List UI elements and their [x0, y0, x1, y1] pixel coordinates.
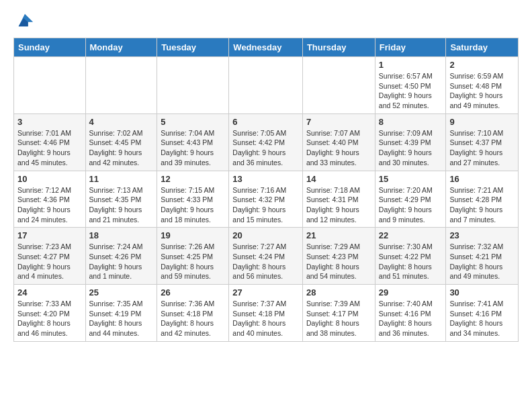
- day-cell: [85, 57, 157, 114]
- header-day-thursday: Thursday: [302, 38, 375, 57]
- day-number: 24: [17, 287, 82, 298]
- day-cell: 24Sunrise: 7:33 AM Sunset: 4:20 PM Dayli…: [14, 285, 86, 342]
- logo: [13, 11, 34, 31]
- day-cell: 29Sunrise: 7:40 AM Sunset: 4:16 PM Dayli…: [375, 285, 446, 342]
- day-info: Sunrise: 7:02 AM Sunset: 4:45 PM Dayligh…: [89, 128, 154, 168]
- day-info: Sunrise: 7:30 AM Sunset: 4:22 PM Dayligh…: [379, 242, 443, 281]
- day-number: 28: [306, 287, 371, 298]
- day-info: Sunrise: 7:27 AM Sunset: 4:24 PM Dayligh…: [232, 242, 299, 281]
- day-cell: 8Sunrise: 7:09 AM Sunset: 4:39 PM Daylig…: [375, 113, 446, 171]
- day-info: Sunrise: 7:15 AM Sunset: 4:33 PM Dayligh…: [161, 185, 225, 225]
- day-cell: 16Sunrise: 7:21 AM Sunset: 4:28 PM Dayli…: [446, 171, 519, 228]
- day-info: Sunrise: 7:40 AM Sunset: 4:16 PM Dayligh…: [379, 299, 443, 338]
- day-cell: 25Sunrise: 7:35 AM Sunset: 4:19 PM Dayli…: [85, 285, 157, 342]
- day-cell: 20Sunrise: 7:27 AM Sunset: 4:24 PM Dayli…: [229, 228, 303, 285]
- day-info: Sunrise: 7:20 AM Sunset: 4:29 PM Dayligh…: [379, 185, 443, 225]
- week-row-5: 24Sunrise: 7:33 AM Sunset: 4:20 PM Dayli…: [14, 285, 519, 342]
- day-cell: 19Sunrise: 7:26 AM Sunset: 4:25 PM Dayli…: [157, 228, 229, 285]
- day-cell: 3Sunrise: 7:01 AM Sunset: 4:46 PM Daylig…: [14, 113, 86, 171]
- day-cell: [229, 57, 303, 114]
- calendar-table: SundayMondayTuesdayWednesdayThursdayFrid…: [13, 38, 519, 342]
- week-row-3: 10Sunrise: 7:12 AM Sunset: 4:36 PM Dayli…: [14, 171, 519, 228]
- day-cell: 23Sunrise: 7:32 AM Sunset: 4:21 PM Dayli…: [446, 228, 519, 285]
- calendar-body: 1Sunrise: 6:57 AM Sunset: 4:50 PM Daylig…: [14, 57, 519, 342]
- day-number: 9: [449, 117, 515, 127]
- day-number: 16: [449, 174, 515, 184]
- day-info: Sunrise: 7:24 AM Sunset: 4:26 PM Dayligh…: [89, 242, 154, 281]
- day-info: Sunrise: 7:29 AM Sunset: 4:23 PM Dayligh…: [306, 242, 371, 281]
- day-number: 2: [449, 60, 515, 70]
- day-info: Sunrise: 7:01 AM Sunset: 4:46 PM Dayligh…: [17, 128, 82, 168]
- header-day-friday: Friday: [375, 38, 446, 57]
- day-number: 7: [306, 117, 371, 127]
- logo-icon: [15, 11, 34, 30]
- day-number: 14: [306, 174, 371, 184]
- day-info: Sunrise: 7:35 AM Sunset: 4:19 PM Dayligh…: [89, 299, 154, 338]
- day-number: 22: [379, 230, 443, 240]
- day-number: 30: [449, 287, 515, 298]
- header: [13, 11, 519, 31]
- day-number: 3: [17, 117, 82, 127]
- day-info: Sunrise: 7:23 AM Sunset: 4:27 PM Dayligh…: [17, 242, 82, 281]
- day-cell: 15Sunrise: 7:20 AM Sunset: 4:29 PM Dayli…: [375, 171, 446, 228]
- day-number: 11: [89, 174, 154, 184]
- day-info: Sunrise: 7:26 AM Sunset: 4:25 PM Dayligh…: [161, 242, 225, 281]
- day-cell: 11Sunrise: 7:13 AM Sunset: 4:35 PM Dayli…: [85, 171, 157, 228]
- page: SundayMondayTuesdayWednesdayThursdayFrid…: [0, 0, 532, 349]
- day-info: Sunrise: 6:59 AM Sunset: 4:48 PM Dayligh…: [449, 71, 515, 111]
- day-cell: [14, 57, 86, 114]
- day-number: 10: [17, 174, 82, 184]
- header-day-wednesday: Wednesday: [229, 38, 303, 57]
- day-info: Sunrise: 7:37 AM Sunset: 4:18 PM Dayligh…: [232, 299, 299, 338]
- day-info: Sunrise: 7:10 AM Sunset: 4:37 PM Dayligh…: [449, 128, 515, 168]
- day-cell: 5Sunrise: 7:04 AM Sunset: 4:43 PM Daylig…: [157, 113, 229, 171]
- header-day-sunday: Sunday: [14, 38, 86, 57]
- day-number: 4: [89, 117, 154, 127]
- day-number: 12: [161, 174, 225, 184]
- day-cell: 26Sunrise: 7:36 AM Sunset: 4:18 PM Dayli…: [157, 285, 229, 342]
- header-day-saturday: Saturday: [446, 38, 519, 57]
- day-cell: 28Sunrise: 7:39 AM Sunset: 4:17 PM Dayli…: [302, 285, 375, 342]
- day-info: Sunrise: 7:12 AM Sunset: 4:36 PM Dayligh…: [17, 185, 82, 225]
- day-cell: 7Sunrise: 7:07 AM Sunset: 4:40 PM Daylig…: [302, 113, 375, 171]
- header-row: SundayMondayTuesdayWednesdayThursdayFrid…: [14, 38, 519, 57]
- day-number: 18: [89, 230, 154, 240]
- day-info: Sunrise: 7:33 AM Sunset: 4:20 PM Dayligh…: [17, 299, 82, 338]
- day-cell: 2Sunrise: 6:59 AM Sunset: 4:48 PM Daylig…: [446, 57, 519, 114]
- week-row-1: 1Sunrise: 6:57 AM Sunset: 4:50 PM Daylig…: [14, 57, 519, 114]
- header-day-tuesday: Tuesday: [157, 38, 229, 57]
- day-number: 29: [379, 287, 443, 298]
- day-number: 15: [379, 174, 443, 184]
- day-info: Sunrise: 7:16 AM Sunset: 4:32 PM Dayligh…: [232, 185, 299, 225]
- day-cell: 13Sunrise: 7:16 AM Sunset: 4:32 PM Dayli…: [229, 171, 303, 228]
- day-cell: 30Sunrise: 7:41 AM Sunset: 4:16 PM Dayli…: [446, 285, 519, 342]
- day-info: Sunrise: 7:07 AM Sunset: 4:40 PM Dayligh…: [306, 128, 371, 168]
- day-number: 17: [17, 230, 82, 240]
- week-row-4: 17Sunrise: 7:23 AM Sunset: 4:27 PM Dayli…: [14, 228, 519, 285]
- day-number: 27: [232, 287, 299, 298]
- day-info: Sunrise: 7:18 AM Sunset: 4:31 PM Dayligh…: [306, 185, 371, 225]
- day-cell: 17Sunrise: 7:23 AM Sunset: 4:27 PM Dayli…: [14, 228, 86, 285]
- day-cell: 18Sunrise: 7:24 AM Sunset: 4:26 PM Dayli…: [85, 228, 157, 285]
- day-number: 20: [232, 230, 299, 240]
- day-cell: 1Sunrise: 6:57 AM Sunset: 4:50 PM Daylig…: [375, 57, 446, 114]
- day-info: Sunrise: 6:57 AM Sunset: 4:50 PM Dayligh…: [379, 71, 443, 111]
- day-number: 5: [161, 117, 225, 127]
- calendar-header: SundayMondayTuesdayWednesdayThursdayFrid…: [14, 38, 519, 57]
- day-number: 23: [449, 230, 515, 240]
- day-cell: [302, 57, 375, 114]
- header-day-monday: Monday: [85, 38, 157, 57]
- day-info: Sunrise: 7:32 AM Sunset: 4:21 PM Dayligh…: [449, 242, 515, 281]
- day-number: 8: [379, 117, 443, 127]
- day-number: 21: [306, 230, 371, 240]
- day-number: 25: [89, 287, 154, 298]
- day-cell: 12Sunrise: 7:15 AM Sunset: 4:33 PM Dayli…: [157, 171, 229, 228]
- day-cell: 9Sunrise: 7:10 AM Sunset: 4:37 PM Daylig…: [446, 113, 519, 171]
- day-info: Sunrise: 7:21 AM Sunset: 4:28 PM Dayligh…: [449, 185, 515, 225]
- day-number: 26: [161, 287, 225, 298]
- day-cell: 4Sunrise: 7:02 AM Sunset: 4:45 PM Daylig…: [85, 113, 157, 171]
- day-cell: 22Sunrise: 7:30 AM Sunset: 4:22 PM Dayli…: [375, 228, 446, 285]
- day-number: 13: [232, 174, 299, 184]
- day-cell: 10Sunrise: 7:12 AM Sunset: 4:36 PM Dayli…: [14, 171, 86, 228]
- day-info: Sunrise: 7:04 AM Sunset: 4:43 PM Dayligh…: [161, 128, 225, 168]
